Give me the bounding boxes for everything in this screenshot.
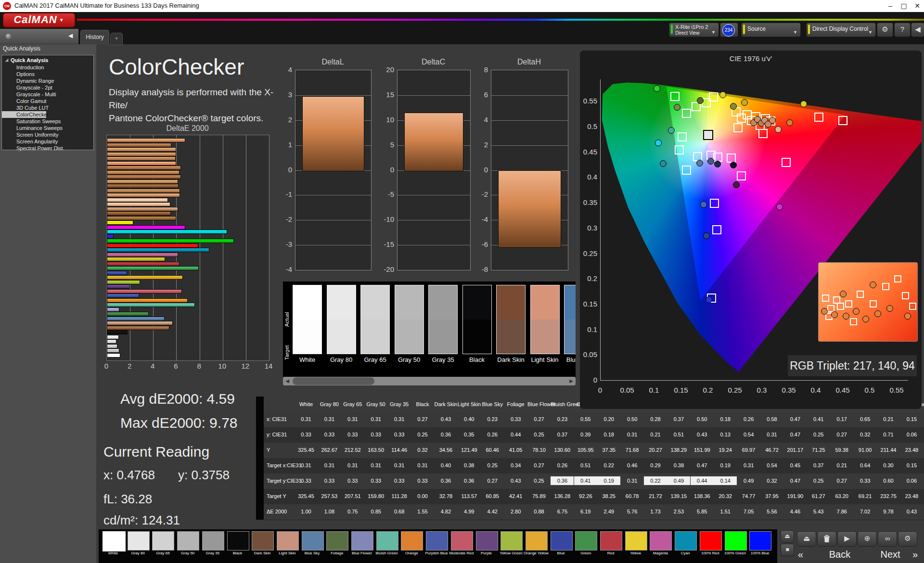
palette-chip-orange[interactable] (401, 531, 423, 550)
palette-chip-blue-sky[interactable] (302, 531, 324, 550)
sidebar-item-colorchecker[interactable]: ColorChecker (2, 111, 46, 118)
sidebar-item-grayscale-multi[interactable]: Grayscale - Multi (2, 91, 93, 98)
sidebar-item-3d-cube-lut[interactable]: 3D Cube LUT (2, 104, 93, 111)
scrollbar-thumb[interactable] (293, 377, 374, 385)
table-cell: 0.31 (760, 432, 783, 437)
table-cell: 2.49 (597, 509, 620, 514)
table-cell: 32.78 (434, 493, 457, 499)
inset-target-point (837, 303, 844, 310)
sidebar-item-introduction[interactable]: Introduction (2, 64, 93, 71)
palette-chip-white[interactable] (103, 531, 126, 551)
swatch-label: Gray 35 (425, 356, 461, 363)
sidebar-item-spectral-power-dist-[interactable]: Spectral Power Dist. (2, 145, 93, 152)
column-header: White (295, 401, 318, 407)
table-cell: 91.00 (854, 447, 877, 453)
back-chevron-icon[interactable]: « (798, 547, 808, 562)
tree-root-quick-analysis[interactable]: ◢Quick Analysis (2, 55, 93, 64)
palette-chip-moderate-red[interactable] (451, 531, 473, 550)
palette-chip-light-skin[interactable] (277, 531, 299, 550)
deltae-bar (107, 147, 176, 152)
palette-chip-bluish-green[interactable] (376, 531, 398, 550)
swatch-light-skin[interactable] (530, 285, 560, 354)
scroll-left-icon[interactable]: ◀ (283, 377, 292, 385)
palette-chip-yellow-green[interactable] (500, 531, 523, 550)
palette-chip-blue[interactable] (551, 531, 573, 550)
palette-chip-magenta[interactable] (650, 531, 672, 550)
swatch-scrollbar[interactable]: ◀ ▶ (283, 377, 576, 385)
read-continuous-button[interactable]: ▶ (837, 531, 857, 547)
table-cell: 0.23 (551, 416, 574, 422)
sidebar-item-screen-angularity[interactable]: Screen Angularity (2, 138, 93, 145)
sidebar-item-grayscale-2pt[interactable]: Grayscale - 2pt (2, 84, 93, 91)
swatch-blue-sky[interactable] (564, 285, 576, 354)
settings-button[interactable]: ⚙ (877, 23, 893, 37)
maximize-button[interactable]: ▢ (897, 0, 911, 12)
source-dropdown[interactable]: Source ▼ (741, 23, 801, 37)
pattern-window-button[interactable]: ■ (781, 544, 794, 556)
help-button[interactable]: ? (894, 23, 911, 37)
add-tab-button[interactable]: + (110, 33, 123, 45)
sidebar-item-dynamic-range[interactable]: Dynamic Range (2, 77, 93, 84)
display-control-dropdown[interactable]: Direct Display Control ▼ (806, 23, 876, 37)
calman-menu-button[interactable]: CalMAN▼ (3, 13, 75, 27)
deltae-bar (107, 303, 195, 307)
table-cell: 0.33 (318, 432, 341, 437)
palette-chip-gray-80[interactable] (128, 531, 150, 550)
swatch-target-color (497, 320, 525, 354)
next-button[interactable]: Next (871, 547, 910, 562)
palette-chip-purple[interactable] (476, 531, 498, 550)
sidebar-item-options[interactable]: Options (2, 71, 93, 77)
palette-chip-yellow[interactable] (625, 531, 647, 550)
delta-gridline (398, 95, 470, 96)
cie-measurement-point (719, 91, 726, 98)
meter-dropdown[interactable]: X-Rite i1Pro 2 Direct View ▼ (669, 23, 719, 37)
palette-chip-100-blue[interactable] (749, 531, 771, 550)
eject-button[interactable]: ⏏ (781, 530, 794, 543)
palette-chip-purplish-blue[interactable] (426, 531, 448, 550)
table-cell: 4.46 (783, 509, 807, 514)
deltae-bar (107, 243, 198, 248)
swatch-gray-65[interactable] (360, 285, 390, 354)
back-button[interactable]: Back (818, 547, 861, 562)
scroll-right-icon[interactable]: ▶ (567, 377, 576, 385)
palette-chip-gray-65[interactable] (152, 531, 174, 550)
palette-chip-foliage[interactable] (326, 531, 348, 550)
read-target-button[interactable]: ⊕ (858, 531, 877, 547)
swatch-gray-50[interactable] (395, 285, 424, 354)
palette-chip-100-green[interactable] (725, 531, 747, 550)
capture-settings-button[interactable]: ⚙ (898, 531, 917, 547)
minimize-button[interactable]: – (884, 0, 897, 12)
palette-chip-blue-flower[interactable] (351, 531, 373, 550)
swatch-gray-80[interactable] (327, 285, 356, 354)
table-cell: 0.33 (854, 478, 877, 484)
next-chevron-icon[interactable]: » (912, 547, 922, 562)
sidebar-item-screen-uniformity[interactable]: Screen Uniformity (2, 131, 93, 138)
sidebar-item-saturation-sweeps[interactable]: Saturation Sweeps (2, 118, 93, 125)
collapse-panel-button[interactable]: ◀ (911, 23, 924, 37)
palette-chip-dark-skin[interactable] (252, 531, 274, 550)
palette-chip-red[interactable] (600, 531, 622, 550)
meter-count[interactable]: 234 (720, 23, 738, 37)
sidebar-item-luminance-sweeps[interactable]: Luminance Sweeps (2, 125, 93, 131)
tab-history-1[interactable]: History 1 (80, 30, 109, 45)
swatch-white[interactable] (293, 285, 322, 354)
palette-chip-black[interactable] (227, 531, 249, 550)
palette-chip-gray-35[interactable] (202, 531, 224, 550)
swatch-gray-35[interactable] (428, 285, 458, 354)
delta-gridline (491, 120, 568, 121)
sidebar-item-color-gamut[interactable]: Color Gamut (2, 98, 93, 104)
palette-chip-100-red[interactable] (700, 531, 722, 550)
palette-chip-green[interactable] (575, 531, 597, 550)
palette-chip-orange-yellow[interactable] (526, 531, 548, 550)
close-button[interactable]: ✕ (911, 0, 924, 12)
palette-chip-cyan[interactable] (675, 531, 697, 550)
sidebar-collapse-icon[interactable]: ◀ (68, 32, 73, 39)
swatch-dark-skin[interactable] (496, 285, 526, 354)
palette-chip-gray-50[interactable] (177, 531, 199, 550)
swatch-black[interactable] (462, 285, 492, 354)
delete-button[interactable] (817, 531, 836, 547)
continuous-loop-button[interactable]: ∞ (878, 531, 897, 547)
load-button[interactable]: ⏏ (797, 531, 816, 547)
swatch-label: Blue Sky (561, 356, 576, 363)
delta-bar-deltaH (498, 170, 561, 248)
